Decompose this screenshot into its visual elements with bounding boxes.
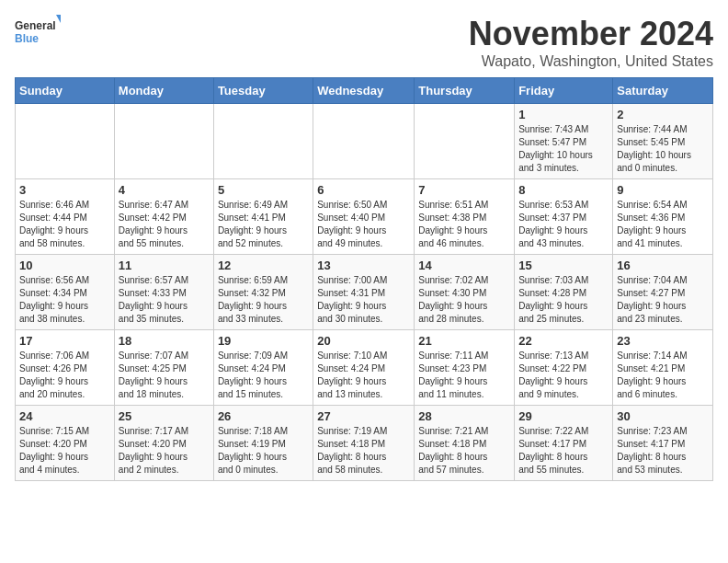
day-info: Sunrise: 6:56 AM Sunset: 4:34 PM Dayligh… — [19, 274, 110, 326]
day-number: 5 — [218, 183, 309, 197]
day-info: Sunrise: 7:09 AM Sunset: 4:24 PM Dayligh… — [218, 350, 309, 401]
calendar-cell: 2Sunrise: 7:44 AM Sunset: 5:45 PM Daylig… — [613, 104, 713, 179]
day-number: 25 — [119, 409, 210, 423]
day-info: Sunrise: 7:07 AM Sunset: 4:25 PM Dayligh… — [119, 350, 210, 401]
logo: General Blue — [15, 15, 61, 52]
calendar-cell — [415, 104, 515, 179]
month-title: November 2024 — [469, 15, 713, 53]
day-info: Sunrise: 6:59 AM Sunset: 4:32 PM Dayligh… — [218, 274, 309, 326]
day-number: 20 — [317, 334, 410, 348]
calendar-cell — [114, 104, 213, 179]
day-info: Sunrise: 7:06 AM Sunset: 4:26 PM Dayligh… — [19, 350, 110, 401]
day-info: Sunrise: 7:44 AM Sunset: 5:45 PM Dayligh… — [617, 123, 709, 175]
calendar-cell: 21Sunrise: 7:11 AM Sunset: 4:23 PM Dayli… — [415, 330, 515, 406]
day-info: Sunrise: 7:22 AM Sunset: 4:17 PM Dayligh… — [518, 425, 609, 477]
calendar-week-row: 1Sunrise: 7:43 AM Sunset: 5:47 PM Daylig… — [16, 104, 713, 179]
calendar-week-row: 3Sunrise: 6:46 AM Sunset: 4:44 PM Daylig… — [16, 179, 713, 255]
weekday-header: Friday — [515, 78, 613, 104]
calendar-cell: 1Sunrise: 7:43 AM Sunset: 5:47 PM Daylig… — [515, 104, 613, 179]
day-number: 18 — [119, 334, 210, 348]
calendar-cell: 20Sunrise: 7:10 AM Sunset: 4:24 PM Dayli… — [313, 330, 415, 406]
calendar-cell: 4Sunrise: 6:47 AM Sunset: 4:42 PM Daylig… — [114, 179, 213, 255]
day-number: 14 — [418, 259, 510, 272]
calendar-cell: 25Sunrise: 7:17 AM Sunset: 4:20 PM Dayli… — [114, 406, 213, 481]
calendar-cell: 18Sunrise: 7:07 AM Sunset: 4:25 PM Dayli… — [114, 330, 213, 406]
weekday-header: Thursday — [415, 78, 515, 104]
calendar-cell: 26Sunrise: 7:18 AM Sunset: 4:19 PM Dayli… — [213, 406, 313, 481]
day-number: 29 — [518, 409, 609, 423]
calendar-cell: 16Sunrise: 7:04 AM Sunset: 4:27 PM Dayli… — [613, 255, 713, 330]
day-info: Sunrise: 7:18 AM Sunset: 4:19 PM Dayligh… — [218, 425, 309, 477]
calendar-cell: 23Sunrise: 7:14 AM Sunset: 4:21 PM Dayli… — [613, 330, 713, 406]
day-number: 2 — [617, 108, 709, 121]
day-number: 3 — [19, 183, 110, 197]
calendar-cell — [16, 104, 115, 179]
calendar-cell: 5Sunrise: 6:49 AM Sunset: 4:41 PM Daylig… — [213, 179, 313, 255]
day-info: Sunrise: 7:17 AM Sunset: 4:20 PM Dayligh… — [119, 425, 210, 477]
weekday-header: Tuesday — [213, 78, 313, 104]
calendar-cell: 10Sunrise: 6:56 AM Sunset: 4:34 PM Dayli… — [16, 255, 115, 330]
day-info: Sunrise: 7:13 AM Sunset: 4:22 PM Dayligh… — [518, 350, 609, 401]
calendar-cell: 8Sunrise: 6:53 AM Sunset: 4:37 PM Daylig… — [515, 179, 613, 255]
day-number: 10 — [19, 259, 110, 272]
day-number: 30 — [617, 409, 709, 423]
day-number: 15 — [518, 259, 609, 272]
calendar-cell: 28Sunrise: 7:21 AM Sunset: 4:18 PM Dayli… — [415, 406, 515, 481]
calendar-cell: 3Sunrise: 6:46 AM Sunset: 4:44 PM Daylig… — [16, 179, 115, 255]
calendar-cell: 29Sunrise: 7:22 AM Sunset: 4:17 PM Dayli… — [515, 406, 613, 481]
day-info: Sunrise: 7:43 AM Sunset: 5:47 PM Dayligh… — [518, 123, 609, 175]
day-info: Sunrise: 6:51 AM Sunset: 4:38 PM Dayligh… — [418, 199, 510, 250]
calendar-week-row: 24Sunrise: 7:15 AM Sunset: 4:20 PM Dayli… — [16, 406, 713, 481]
weekday-header: Wednesday — [313, 78, 415, 104]
day-info: Sunrise: 6:54 AM Sunset: 4:36 PM Dayligh… — [617, 199, 709, 250]
day-number: 8 — [518, 183, 609, 197]
calendar-cell — [313, 104, 415, 179]
svg-marker-2 — [56, 15, 61, 31]
title-area: November 2024 Wapato, Washington, United… — [469, 15, 713, 70]
calendar-cell: 19Sunrise: 7:09 AM Sunset: 4:24 PM Dayli… — [213, 330, 313, 406]
day-number: 7 — [418, 183, 510, 197]
calendar-cell: 15Sunrise: 7:03 AM Sunset: 4:28 PM Dayli… — [515, 255, 613, 330]
header-row: SundayMondayTuesdayWednesdayThursdayFrid… — [16, 78, 713, 104]
day-number: 28 — [418, 409, 510, 423]
calendar-cell: 24Sunrise: 7:15 AM Sunset: 4:20 PM Dayli… — [16, 406, 115, 481]
svg-text:General: General — [15, 19, 56, 32]
svg-text:Blue: Blue — [15, 32, 39, 45]
day-number: 13 — [317, 259, 410, 272]
day-info: Sunrise: 7:23 AM Sunset: 4:17 PM Dayligh… — [617, 425, 709, 477]
day-info: Sunrise: 7:04 AM Sunset: 4:27 PM Dayligh… — [617, 274, 709, 326]
calendar-cell — [213, 104, 313, 179]
day-info: Sunrise: 7:19 AM Sunset: 4:18 PM Dayligh… — [317, 425, 410, 477]
weekday-header: Sunday — [16, 78, 115, 104]
day-number: 27 — [317, 409, 410, 423]
calendar-cell: 9Sunrise: 6:54 AM Sunset: 4:36 PM Daylig… — [613, 179, 713, 255]
day-number: 4 — [119, 183, 210, 197]
day-number: 12 — [218, 259, 309, 272]
day-number: 17 — [19, 334, 110, 348]
day-number: 19 — [218, 334, 309, 348]
calendar-week-row: 17Sunrise: 7:06 AM Sunset: 4:26 PM Dayli… — [16, 330, 713, 406]
day-info: Sunrise: 7:15 AM Sunset: 4:20 PM Dayligh… — [19, 425, 110, 477]
calendar-cell: 6Sunrise: 6:50 AM Sunset: 4:40 PM Daylig… — [313, 179, 415, 255]
day-number: 24 — [19, 409, 110, 423]
day-number: 6 — [317, 183, 410, 197]
day-number: 23 — [617, 334, 709, 348]
day-info: Sunrise: 7:10 AM Sunset: 4:24 PM Dayligh… — [317, 350, 410, 401]
day-info: Sunrise: 6:47 AM Sunset: 4:42 PM Dayligh… — [119, 199, 210, 250]
day-info: Sunrise: 7:14 AM Sunset: 4:21 PM Dayligh… — [617, 350, 709, 401]
day-info: Sunrise: 6:46 AM Sunset: 4:44 PM Dayligh… — [19, 199, 110, 250]
weekday-header: Saturday — [613, 78, 713, 104]
day-info: Sunrise: 6:50 AM Sunset: 4:40 PM Dayligh… — [317, 199, 410, 250]
day-number: 26 — [218, 409, 309, 423]
day-number: 16 — [617, 259, 709, 272]
day-number: 11 — [119, 259, 210, 272]
day-number: 9 — [617, 183, 709, 197]
calendar-cell: 13Sunrise: 7:00 AM Sunset: 4:31 PM Dayli… — [313, 255, 415, 330]
day-info: Sunrise: 6:57 AM Sunset: 4:33 PM Dayligh… — [119, 274, 210, 326]
day-info: Sunrise: 7:21 AM Sunset: 4:18 PM Dayligh… — [418, 425, 510, 477]
calendar-cell: 12Sunrise: 6:59 AM Sunset: 4:32 PM Dayli… — [213, 255, 313, 330]
day-info: Sunrise: 7:11 AM Sunset: 4:23 PM Dayligh… — [418, 350, 510, 401]
calendar-cell: 7Sunrise: 6:51 AM Sunset: 4:38 PM Daylig… — [415, 179, 515, 255]
calendar-cell: 27Sunrise: 7:19 AM Sunset: 4:18 PM Dayli… — [313, 406, 415, 481]
day-number: 21 — [418, 334, 510, 348]
